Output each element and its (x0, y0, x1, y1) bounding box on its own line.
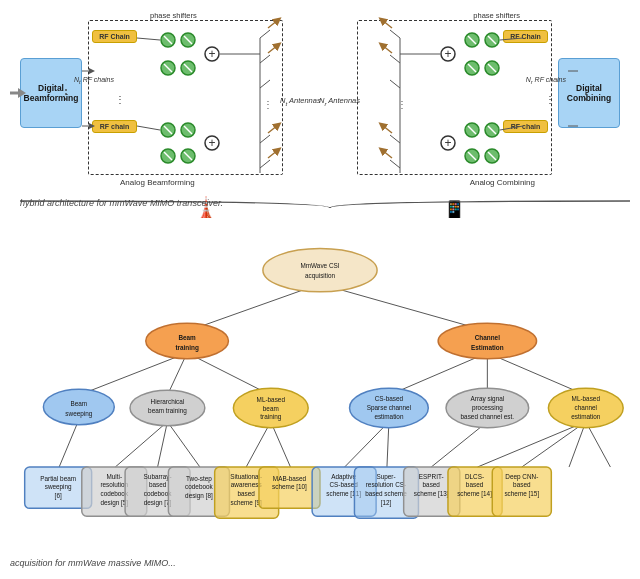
svg-line-102 (586, 422, 611, 467)
svg-marker-67 (18, 88, 26, 98)
svg-text:design [5]: design [5] (100, 499, 128, 507)
svg-line-74 (382, 20, 392, 28)
svg-text:Adaptive: Adaptive (331, 473, 356, 481)
svg-text:Super-: Super- (376, 473, 395, 481)
svg-text:Deep CNN-: Deep CNN- (505, 473, 538, 481)
svg-text:estimation: estimation (571, 413, 601, 420)
svg-line-61 (137, 126, 160, 130)
svg-point-106 (146, 323, 229, 358)
svg-line-24 (260, 30, 270, 38)
svg-line-25 (260, 55, 270, 63)
transceiver-diagram: phase shifters phase shifters DigitalBea… (0, 0, 640, 240)
svg-text:⋮: ⋮ (115, 94, 125, 105)
tree-diagram: MmWave CSI acquisition Beam training Cha… (0, 240, 640, 570)
svg-text:Beam: Beam (71, 400, 88, 407)
svg-text:beam training: beam training (148, 407, 187, 415)
svg-line-76 (382, 125, 392, 133)
svg-text:⋮: ⋮ (397, 99, 407, 110)
svg-text:based scheme: based scheme (365, 490, 407, 497)
svg-line-77 (382, 150, 392, 158)
svg-text:⋮: ⋮ (60, 87, 72, 101)
svg-text:[12]: [12] (381, 499, 392, 507)
svg-text:MAB-based: MAB-based (273, 475, 307, 482)
svg-line-83 (320, 284, 487, 331)
svg-text:sweeping: sweeping (65, 410, 92, 418)
svg-text:Situational-: Situational- (230, 473, 262, 480)
svg-line-90 (59, 420, 79, 467)
svg-text:⋮: ⋮ (263, 99, 273, 110)
svg-text:Array signal: Array signal (471, 395, 505, 403)
svg-text:scheme [10]: scheme [10] (272, 483, 307, 491)
svg-text:DLCS-: DLCS- (465, 473, 484, 480)
svg-line-70 (268, 20, 278, 28)
svg-text:ML-based: ML-based (257, 396, 286, 403)
svg-text:based: based (466, 481, 484, 488)
svg-line-26 (260, 80, 270, 88)
svg-text:Two-step: Two-step (186, 475, 212, 483)
svg-text:beam: beam (263, 405, 279, 412)
svg-text:scheme [14]: scheme [14] (457, 490, 492, 498)
svg-line-96 (345, 422, 389, 467)
svg-line-97 (387, 422, 389, 467)
svg-line-27 (260, 135, 270, 143)
svg-text:CS-based: CS-based (375, 395, 404, 402)
svg-line-56 (390, 160, 400, 168)
svg-point-103 (263, 248, 377, 291)
svg-line-95 (271, 422, 291, 467)
svg-text:ESPRIT-: ESPRIT- (419, 473, 444, 480)
svg-text:based: based (513, 481, 531, 488)
svg-text:sweeping: sweeping (45, 483, 72, 491)
svg-line-53 (390, 55, 400, 63)
svg-text:Partial beam: Partial beam (40, 475, 76, 482)
tree-svg: MmWave CSI acquisition Beam training Cha… (5, 240, 635, 570)
svg-text:design [7]: design [7] (144, 499, 172, 507)
svg-line-93 (167, 422, 199, 467)
svg-text:based: based (237, 490, 255, 497)
svg-text:resolution CS-: resolution CS- (366, 481, 406, 488)
diagram-svg: ⋮ ⋮ + + (10, 8, 630, 218)
svg-text:channel: channel (575, 404, 597, 411)
svg-line-73 (268, 150, 278, 158)
svg-text:scheme [15]: scheme [15] (504, 490, 539, 498)
svg-text:Sparse channel: Sparse channel (367, 404, 411, 412)
svg-text:Subarray-: Subarray- (144, 473, 172, 481)
svg-text:awareness: awareness (231, 481, 262, 488)
svg-text:scheme [13]: scheme [13] (414, 490, 449, 498)
svg-text:codebook: codebook (185, 483, 213, 490)
svg-line-65 (500, 126, 523, 130)
svg-line-98 (431, 422, 487, 467)
svg-text:design [8]: design [8] (185, 492, 213, 500)
svg-text:+: + (208, 47, 215, 61)
svg-text:⋮: ⋮ (545, 94, 555, 105)
svg-text:Beam: Beam (178, 334, 196, 341)
svg-text:training: training (175, 344, 198, 352)
svg-text:+: + (444, 47, 451, 61)
svg-line-64 (500, 38, 523, 40)
svg-text:based channel est.: based channel est. (461, 413, 515, 420)
svg-text:Multi-: Multi- (106, 473, 122, 480)
svg-line-94 (246, 422, 271, 467)
svg-text:processing: processing (472, 404, 503, 412)
svg-text:MmWave CSI: MmWave CSI (300, 262, 339, 269)
svg-point-112 (43, 389, 114, 424)
svg-text:based: based (149, 481, 167, 488)
svg-line-52 (390, 30, 400, 38)
svg-text:+: + (208, 136, 215, 150)
svg-text:📱: 📱 (442, 199, 467, 218)
svg-text:acquisition: acquisition (305, 272, 336, 280)
svg-line-72 (268, 125, 278, 133)
svg-text:estimation: estimation (374, 413, 404, 420)
svg-text:Estimation: Estimation (471, 344, 504, 351)
svg-text:based: based (423, 481, 441, 488)
svg-line-75 (382, 45, 392, 53)
svg-point-109 (438, 323, 536, 358)
svg-text:+: + (444, 136, 451, 150)
svg-line-28 (260, 160, 270, 168)
svg-line-71 (268, 45, 278, 53)
svg-line-101 (569, 422, 586, 467)
diagram-caption: hybrid architecture for mmWave MIMO tran… (20, 198, 223, 208)
svg-text:resolution: resolution (100, 481, 128, 488)
footer-caption: acquisition for mmWave massive MIMO... (10, 558, 176, 568)
svg-text:⋮: ⋮ (580, 87, 592, 101)
svg-line-91 (115, 422, 167, 467)
